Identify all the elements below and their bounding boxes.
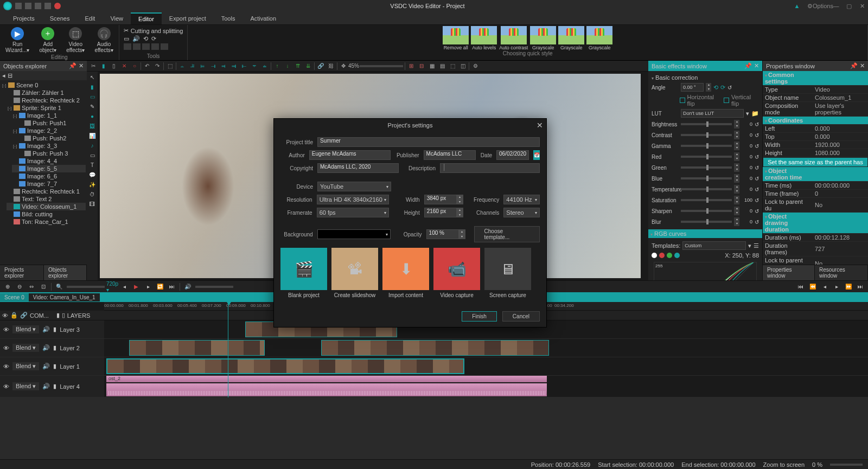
audio-clip[interactable]: ost_2 [106,376,547,382]
select-icon[interactable]: ⬚ [165,62,174,70]
visibility-icon[interactable]: 👁 [3,326,9,333]
slider[interactable] [681,210,732,212]
minus-icon[interactable]: ⊖ [15,282,24,291]
audio-waveform[interactable] [106,383,547,396]
reset-icon[interactable]: ↺ [727,85,732,91]
tree-node[interactable]: Rechteck: Rechteck 1 [7,188,86,195]
slider[interactable] [681,156,732,158]
options-label[interactable]: Options [820,3,826,9]
close-icon[interactable]: ✕ [79,62,84,69]
stretch-icon[interactable]: ⇔ [27,282,36,291]
hflip-checkbox[interactable] [680,98,685,103]
framerate-select[interactable]: 60 fps▾ [317,208,389,217]
close-icon[interactable]: ✕ [859,3,865,9]
bar-icon[interactable]: ▯ [62,312,65,319]
layer-name[interactable]: Layer 3 [60,326,80,333]
maximize-icon[interactable]: ▢ [846,3,852,9]
tree-node[interactable]: Video: Colosseum_1 [7,203,86,210]
visibility-icon[interactable]: 👁 [3,383,9,390]
height-input[interactable]: 2160 px [424,208,457,217]
playhead[interactable] [228,302,228,397]
clip-tab[interactable]: Video: Camera_In_Use_1 [29,293,100,301]
add-object-button[interactable]: ＋ Add object▾ [36,26,60,54]
audio-icon[interactable]: 🔊 [42,363,50,370]
zoom-slider[interactable] [830,464,863,466]
align-icon[interactable]: ⫦ [240,62,248,70]
qa-icon[interactable] [35,3,41,9]
redo-icon[interactable]: ↷ [153,62,162,70]
run-wizard-button[interactable]: ▶ Run Wizard...▾ [2,26,33,54]
bar-icon[interactable]: ▮ [56,312,60,319]
resolution-select[interactable]: 720p ▾ [108,282,117,291]
angle-input[interactable]: 0.00 ° [681,83,704,92]
fx-icon[interactable]: ▮ [53,344,56,351]
tree-node[interactable]: [-]Image: 3_3 [12,142,86,150]
video-clip[interactable] [106,358,464,374]
rect-icon[interactable]: ▭ [88,151,97,159]
template-create-slideshow[interactable]: 📽Create slideshow [331,248,378,298]
tree-node[interactable]: [-]Scene 0 [1,81,86,89]
pencil-icon[interactable]: ✎ [88,102,97,111]
status-zoom[interactable]: Zoom to screen [763,461,805,468]
chain-icon[interactable]: 🔗 [20,312,28,319]
zoom-slider[interactable] [67,286,105,288]
grid-icon[interactable]: ⊞ [407,62,416,70]
property-row[interactable]: TypeVideo [763,86,868,94]
tree-node[interactable]: Zähler: Zähler 1 [7,89,86,97]
choose-template-button[interactable]: Choose template... [474,226,540,242]
tree-node[interactable]: Push: Push 3 [17,150,86,157]
device-select[interactable]: YouTube▾ [317,182,391,191]
align-icon[interactable]: ⫥ [229,62,238,70]
quick-style-thumb[interactable]: Grayscale [530,26,556,50]
first-icon[interactable]: ⏮ [796,282,805,291]
loop-icon[interactable]: 🔁 [156,282,164,291]
menu-projects[interactable]: Projects [5,13,42,24]
help-icon[interactable]: ▲ [794,3,800,9]
blend-mode[interactable]: Blend ▾ [12,325,39,333]
tool-icon[interactable]: 🔊 [132,35,140,42]
fx-icon[interactable]: ▮ [53,326,56,333]
play-icon[interactable]: ▶ [132,282,141,291]
menu-view[interactable]: View [103,13,131,24]
reset-icon[interactable]: ↺ [755,176,759,182]
reset-icon[interactable]: ↺ [755,165,759,171]
slider[interactable] [681,123,732,125]
chevron-down-icon[interactable]: ▾ [748,242,751,249]
resolution-select[interactable]: Ultra HD 4K 3840x2160 pixels (16:9)▾ [317,195,389,204]
align-icon[interactable]: ⫡ [188,62,197,70]
tree-node[interactable]: Image: 4_4 [12,157,86,165]
lut-select[interactable]: Don't use LUT [681,109,744,118]
quick-style-thumb[interactable]: Grayscale [558,26,584,50]
calendar-icon[interactable]: 📅 [533,150,540,160]
arrow-up-icon[interactable]: ↑ [273,62,282,70]
lens-icon[interactable]: 🔍 [55,282,63,291]
tree-node[interactable]: [-]Sprite: Sprite 1 [7,104,86,112]
pin-icon[interactable]: 📌 [69,62,76,69]
property-action-button[interactable]: Set the same size as the parent has [763,158,867,166]
date-input[interactable]: 06/02/2020 [496,150,529,160]
layer-track[interactable] [104,339,868,357]
zoom-slider[interactable] [360,65,403,67]
tree-node[interactable]: Ton: Race_Car_1 [7,218,86,226]
property-section[interactable]: ▾Common settings [763,71,868,86]
tool-icon[interactable]: ⟳ [151,35,156,42]
property-row[interactable]: Height1080.000 [763,149,868,157]
slider[interactable] [681,221,732,223]
rotate-cw-icon[interactable]: ⟳ [720,84,725,91]
slider[interactable] [681,177,732,179]
layer-name[interactable]: Layer 4 [60,383,80,390]
reset-icon[interactable]: ↺ [755,208,759,214]
fx-icon[interactable]: ▮ [53,383,56,390]
video-clip[interactable] [129,340,265,356]
quick-style-thumb[interactable]: Auto contrast [499,26,528,50]
lock-icon[interactable]: 🔒 [10,312,18,319]
menu-tools[interactable]: Tools [214,13,243,24]
move-icon[interactable]: ✥ [339,62,348,70]
tool-icon[interactable] [161,43,168,50]
tab-resources[interactable]: Resources window [815,265,868,280]
menu-editor[interactable]: Editor [131,12,162,24]
animation-icon[interactable]: 🎞 [88,200,97,208]
unlink-icon[interactable]: ⛓ [327,62,335,70]
crop-icon[interactable]: ◫ [458,62,467,70]
property-row[interactable]: Width1920.000 [763,141,868,149]
